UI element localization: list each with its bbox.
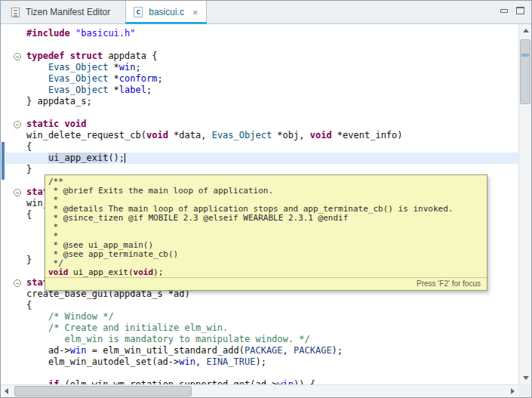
range-indicator bbox=[2, 142, 5, 180]
maximize-icon[interactable] bbox=[516, 7, 524, 14]
tab-tizen-manifest-editor[interactable]: Tizen Manifest Editor bbox=[4, 1, 119, 23]
code-line[interactable]: static void bbox=[26, 119, 518, 130]
scroll-up-icon bbox=[523, 29, 529, 32]
scroll-down-icon bbox=[523, 376, 529, 380]
fold-collapse-icon[interactable] bbox=[14, 189, 21, 196]
tab-basicui-c[interactable]: c basicui.c × bbox=[125, 1, 206, 23]
ide-editor-window: Tizen Manifest Editor c basicui.c × #inc… bbox=[0, 0, 532, 398]
code-line[interactable]: /* Window */ bbox=[26, 311, 518, 322]
scroll-up-button[interactable] bbox=[519, 24, 531, 37]
code-line[interactable]: { bbox=[26, 141, 518, 153]
tooltip-line: * bbox=[48, 223, 484, 232]
fold-collapse-icon[interactable] bbox=[14, 121, 21, 128]
code-line[interactable]: /* Create and initialize elm_win. bbox=[26, 322, 518, 334]
manifest-file-icon bbox=[11, 8, 20, 17]
tab-label: Tizen Manifest Editor bbox=[26, 7, 110, 17]
scroll-left-button[interactable] bbox=[1, 385, 14, 397]
code-line[interactable] bbox=[26, 107, 518, 119]
tooltip-line: void ui_app_exit(void); bbox=[48, 268, 484, 277]
close-icon[interactable]: × bbox=[192, 8, 198, 17]
code-line[interactable] bbox=[26, 368, 518, 379]
tooltip-doc-text: /** * @brief Exits the main loop of appl… bbox=[45, 175, 487, 277]
scroll-down-button[interactable] bbox=[519, 372, 531, 384]
vertical-scrollbar[interactable] bbox=[518, 24, 531, 384]
code-line[interactable]: elm_win_autodel_set(ad->win, EINA_TRUE); bbox=[26, 356, 518, 368]
scrollbar-corner bbox=[518, 384, 531, 397]
scroll-right-icon bbox=[511, 388, 515, 394]
tooltip-line: * @since_tizen @if MOBILE 2.3 @elseif WE… bbox=[48, 214, 484, 223]
code-editor[interactable]: #include "basicui.h"typedef struct appda… bbox=[1, 24, 531, 397]
tooltip-line: * @brief Exits the main loop of applicat… bbox=[48, 187, 484, 196]
fold-collapse-icon[interactable] bbox=[14, 53, 21, 60]
vertical-scroll-thumb[interactable] bbox=[520, 39, 530, 104]
scroll-right-button[interactable] bbox=[506, 385, 518, 397]
tooltip-footer-hint: Press 'F2' for focus bbox=[45, 277, 487, 290]
fold-collapse-icon[interactable] bbox=[14, 279, 21, 287]
tab-label: basicui.c bbox=[149, 7, 184, 17]
code-line[interactable]: ad->win = elm_win_util_standard_add(PACK… bbox=[26, 345, 518, 356]
code-line[interactable]: typedef struct appdata { bbox=[26, 51, 518, 62]
scroll-left-icon bbox=[5, 388, 8, 394]
code-line[interactable] bbox=[26, 39, 518, 51]
code-line[interactable]: elm_win is mandatory to manipulate windo… bbox=[26, 334, 518, 345]
editor-tab-bar: Tizen Manifest Editor c basicui.c × bbox=[1, 1, 531, 24]
text-caret bbox=[125, 153, 125, 163]
overview-annotation-marker bbox=[521, 54, 529, 57]
c-file-icon: c bbox=[134, 7, 143, 17]
code-line[interactable]: win_delete_request_cb(void *data, Evas_O… bbox=[26, 130, 518, 141]
code-line[interactable]: Evas_Object *label; bbox=[26, 85, 518, 96]
horizontal-scroll-thumb[interactable] bbox=[14, 386, 192, 396]
code-line[interactable]: { bbox=[26, 300, 518, 311]
horizontal-scrollbar[interactable] bbox=[1, 384, 518, 397]
window-controls bbox=[500, 7, 524, 14]
code-line[interactable]: #include "basicui.h" bbox=[26, 28, 518, 39]
hover-tooltip[interactable]: /** * @brief Exits the main loop of appl… bbox=[45, 174, 487, 291]
code-line[interactable]: Evas_Object *conform; bbox=[26, 73, 518, 85]
code-line[interactable]: Evas_Object *win; bbox=[26, 62, 518, 73]
minimize-icon[interactable] bbox=[500, 9, 508, 13]
code-line[interactable]: } bbox=[26, 164, 518, 175]
tooltip-line: * @see app_terminate_cb() bbox=[48, 250, 484, 259]
code-line[interactable]: } appdata_s; bbox=[26, 96, 518, 107]
current-code-line[interactable]: ui_app_exit(); bbox=[5, 153, 518, 164]
